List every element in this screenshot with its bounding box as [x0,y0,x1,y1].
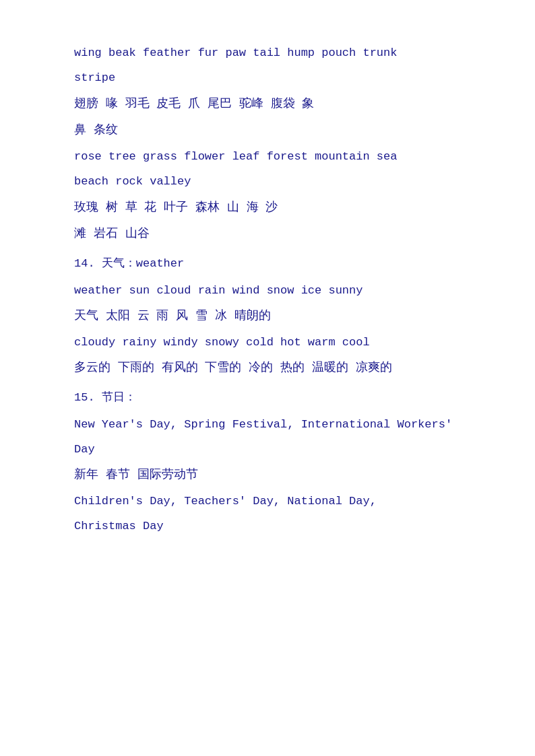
line1-en: wing beak feather fur paw tail hump pouc… [74,40,461,65]
line3-cn: 翅膀 喙 羽毛 皮毛 爪 尾巴 驼峰 腹袋 象 [74,91,461,118]
line12-cn: 多云的 下雨的 有风的 下雪的 冷的 热的 温暖的 凉爽的 [74,355,461,382]
line4-cn: 鼻 条纹 [74,117,461,144]
line7-cn: 玫瑰 树 草 花 叶子 森林 山 海 沙 [74,195,461,221]
line6-en: beach rock valley [74,169,461,194]
section15-header: 15. 节日： [74,384,461,412]
line17-en: Christmas Day [74,514,461,539]
line9-en: weather sun cloud rain wind snow ice sun… [74,278,461,303]
line11-en: cloudy rainy windy snowy cold hot warm c… [74,330,461,355]
line16-en: Children's Day, Teachers' Day, National … [74,489,461,514]
line15-cn: 新年 春节 国际劳动节 [74,462,461,489]
line8-cn: 滩 岩石 山谷 [74,221,461,248]
section14-header: 14. 天气：weather [74,250,461,278]
line14-en: Day [74,437,461,462]
line5-en: rose tree grass flower leaf forest mount… [74,144,461,169]
line10-cn: 天气 太阳 云 雨 风 雪 冰 晴朗的 [74,303,461,330]
line13-en: New Year's Day, Spring Festival, Interna… [74,412,461,437]
line2-en: stripe [74,65,461,90]
